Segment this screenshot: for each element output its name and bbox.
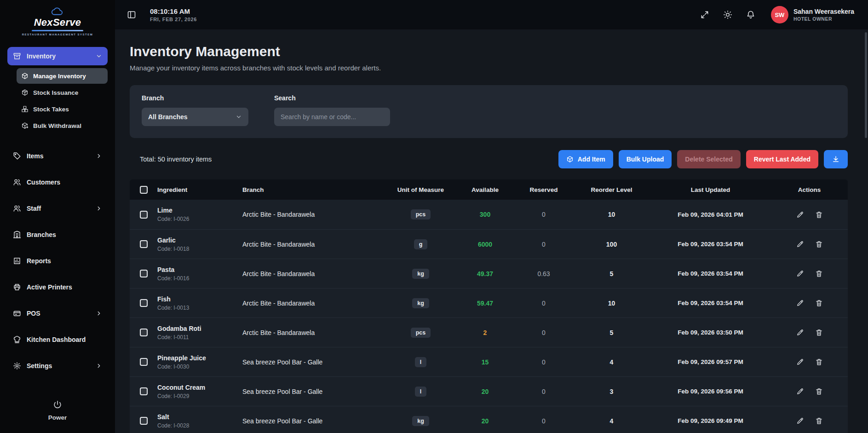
last-updated-value: Feb 09, 2026 03:54 PM <box>678 241 743 248</box>
user-menu[interactable]: SW Sahan Weerasekera HOTEL OWNER <box>771 6 854 23</box>
col-header-actions: Actions <box>798 186 821 193</box>
search-input[interactable] <box>274 108 390 126</box>
sidebar-item-customers[interactable]: Customers <box>7 173 108 191</box>
reserved-value: 0 <box>542 417 546 425</box>
printer-icon <box>13 283 21 291</box>
trash-icon <box>815 270 823 277</box>
delete-button[interactable] <box>815 270 823 277</box>
edit-button[interactable] <box>796 417 804 425</box>
edit-button[interactable] <box>796 387 804 395</box>
export-download-button[interactable] <box>824 150 848 168</box>
row-checkbox[interactable] <box>140 299 148 307</box>
reorder-level-value: 3 <box>610 388 614 395</box>
trash-icon <box>815 387 823 395</box>
row-checkbox[interactable] <box>140 270 148 277</box>
unit-badge: pcs <box>411 328 431 338</box>
select-all-checkbox[interactable] <box>140 186 148 194</box>
branch-select-value: All Branches <box>148 113 188 121</box>
row-checkbox[interactable] <box>140 240 148 248</box>
sidebar-item-reports[interactable]: Reports <box>7 252 108 270</box>
fullscreen-button[interactable] <box>700 10 709 19</box>
sidebar-item-manage-inventory[interactable]: Manage Inventory <box>17 68 108 84</box>
edit-button[interactable] <box>796 358 804 366</box>
sidebar-item-inventory[interactable]: Inventory <box>7 47 108 65</box>
pencil-icon <box>796 387 804 395</box>
trash-icon <box>815 240 823 248</box>
trash-icon <box>815 358 823 366</box>
row-checkbox[interactable] <box>140 358 148 366</box>
ingredient-name: Fish <box>157 295 242 303</box>
user-role: HOTEL OWNER <box>793 16 854 22</box>
row-checkbox[interactable] <box>140 387 148 395</box>
row-checkbox[interactable] <box>140 329 148 336</box>
unit-badge: pcs <box>411 209 431 219</box>
edit-button[interactable] <box>796 329 804 336</box>
delete-button[interactable] <box>815 358 823 366</box>
row-checkbox[interactable] <box>140 211 148 219</box>
edit-button[interactable] <box>796 211 804 219</box>
pencil-icon <box>796 211 804 219</box>
branch-cell: Arctic Bite - Bandarawela <box>242 211 385 218</box>
notifications-button[interactable] <box>746 10 755 19</box>
sidebar-item-active-printers[interactable]: Active Printers <box>7 278 108 296</box>
available-value: 2 <box>483 329 487 336</box>
package-icon <box>21 89 29 96</box>
scrollbar-thumb[interactable] <box>865 32 867 138</box>
ingredient-name: Garlic <box>157 237 242 244</box>
gear-icon <box>13 362 21 370</box>
ingredient-name: Lime <box>157 207 242 214</box>
trash-icon <box>815 329 823 336</box>
delete-button[interactable] <box>815 299 823 307</box>
power-button[interactable]: Power <box>7 393 108 433</box>
edit-button[interactable] <box>796 240 804 248</box>
edit-button[interactable] <box>796 299 804 307</box>
add-item-button[interactable]: Add Item <box>558 150 613 168</box>
sidebar-item-settings[interactable]: Settings <box>7 357 108 375</box>
delete-selected-button[interactable]: Delete Selected <box>677 150 741 168</box>
current-date: FRI, FEB 27, 2026 <box>150 17 197 22</box>
sidebar-item-bulk-withdrawal[interactable]: Bulk Withdrawal <box>17 118 108 133</box>
download-icon <box>832 155 840 163</box>
sidebar-item-kitchen-dashboard[interactable]: Kitchen Dashboard <box>7 330 108 349</box>
sidebar-toggle-button[interactable] <box>127 10 136 19</box>
chart-icon <box>13 257 21 265</box>
sidebar-item-stock-takes[interactable]: Stock Takes <box>17 101 108 117</box>
reserved-value: 0.63 <box>537 270 550 277</box>
clock: 08:10:16 AM FRI, FEB 27, 2026 <box>150 7 197 22</box>
last-updated-value: Feb 09, 2026 09:49 PM <box>678 417 743 424</box>
sidebar-item-items[interactable]: Items <box>7 147 108 165</box>
theme-toggle-button[interactable] <box>723 10 732 19</box>
col-header-available: Available <box>471 186 499 193</box>
delete-button[interactable] <box>815 387 823 395</box>
ingredient-code: Code: I-0029 <box>157 393 242 399</box>
revert-last-added-button[interactable]: Revert Last Added <box>746 150 818 168</box>
reserved-value: 0 <box>542 211 546 218</box>
sidebar-item-branches[interactable]: Branches <box>7 225 108 244</box>
top-header: 08:10:16 AM FRI, FEB 27, 2026 SW Sahan W… <box>115 0 868 29</box>
delete-button[interactable] <box>815 417 823 425</box>
inventory-table: Ingredient Branch Unit of Measure Availa… <box>130 179 848 433</box>
delete-button[interactable] <box>815 329 823 336</box>
unit-badge: l <box>415 357 426 367</box>
sidebar-item-stock-issuance[interactable]: Stock Issuance <box>17 85 108 100</box>
ingredient-code: Code: I-0028 <box>157 422 242 429</box>
bulk-upload-button[interactable]: Bulk Upload <box>619 150 672 168</box>
pencil-icon <box>796 329 804 336</box>
edit-button[interactable] <box>796 270 804 277</box>
delete-button[interactable] <box>815 211 823 219</box>
sidebar-item-pos[interactable]: POS <box>7 304 108 323</box>
reorder-level-value: 10 <box>608 211 615 218</box>
last-updated-value: Feb 09, 2026 04:01 PM <box>678 211 743 218</box>
row-checkbox[interactable] <box>140 417 148 425</box>
delete-button[interactable] <box>815 240 823 248</box>
unit-badge: kg <box>412 298 429 308</box>
box-plus-icon <box>566 156 574 163</box>
branch-select[interactable]: All Branches <box>142 108 248 126</box>
col-header-unit: Unit of Measure <box>397 186 444 193</box>
sidebar-item-staff[interactable]: Staff <box>7 199 108 218</box>
tag-icon <box>13 152 21 160</box>
sidebar-nav: Inventory Manage Inventory Stock Issuanc… <box>7 47 108 433</box>
available-value: 300 <box>480 211 490 218</box>
sidebar: NexServe RESTAURANT MANAGEMENT SYSTEM In… <box>0 0 115 433</box>
last-updated-value: Feb 09, 2026 09:57 PM <box>678 358 743 365</box>
